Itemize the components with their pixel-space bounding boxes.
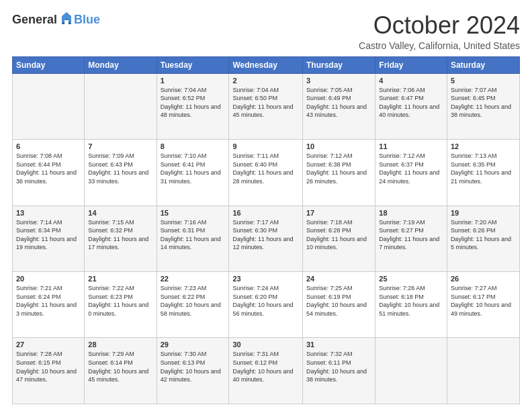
- day-number: 5: [451, 77, 516, 85]
- day-number: 3: [306, 77, 371, 85]
- week-row-1: 1Sunrise: 7:04 AMSunset: 6:52 PMDaylight…: [13, 73, 520, 139]
- day-cell: 4Sunrise: 7:06 AMSunset: 6:47 PMDaylight…: [375, 73, 447, 139]
- page: General Blue October 2024 Castro Valley,…: [0, 0, 532, 411]
- calendar-header-row: SundayMondayTuesdayWednesdayThursdayFrid…: [13, 56, 520, 73]
- col-header-tuesday: Tuesday: [157, 56, 229, 73]
- day-cell: 31Sunrise: 7:32 AMSunset: 6:11 PMDayligh…: [303, 338, 375, 404]
- day-info: Sunrise: 7:14 AMSunset: 6:34 PMDaylight:…: [16, 218, 81, 252]
- day-info: Sunrise: 7:04 AMSunset: 6:52 PMDaylight:…: [161, 86, 226, 120]
- day-info: Sunrise: 7:23 AMSunset: 6:22 PMDaylight:…: [161, 284, 226, 318]
- day-number: 13: [16, 209, 81, 217]
- day-info: Sunrise: 7:07 AMSunset: 6:45 PMDaylight:…: [451, 86, 516, 120]
- day-number: 20: [16, 275, 81, 283]
- day-number: 18: [379, 209, 443, 217]
- header: General Blue October 2024 Castro Valley,…: [12, 12, 520, 51]
- day-cell: 30Sunrise: 7:31 AMSunset: 6:12 PMDayligh…: [229, 338, 303, 404]
- day-cell: 2Sunrise: 7:04 AMSunset: 6:50 PMDaylight…: [229, 73, 303, 139]
- day-cell: [85, 73, 157, 139]
- day-cell: 20Sunrise: 7:21 AMSunset: 6:24 PMDayligh…: [13, 272, 85, 338]
- day-cell: 11Sunrise: 7:12 AMSunset: 6:37 PMDayligh…: [375, 140, 447, 205]
- day-info: Sunrise: 7:20 AMSunset: 6:26 PMDaylight:…: [451, 218, 516, 252]
- title-block: October 2024 Castro Valley, California, …: [359, 12, 520, 51]
- day-cell: [375, 338, 447, 404]
- day-number: 30: [232, 340, 299, 349]
- day-cell: 5Sunrise: 7:07 AMSunset: 6:45 PMDaylight…: [447, 73, 519, 139]
- day-info: Sunrise: 7:30 AMSunset: 6:13 PMDaylight:…: [161, 350, 226, 383]
- day-info: Sunrise: 7:25 AMSunset: 6:19 PMDaylight:…: [306, 284, 371, 318]
- day-cell: 19Sunrise: 7:20 AMSunset: 6:26 PMDayligh…: [447, 205, 519, 271]
- col-header-wednesday: Wednesday: [229, 56, 303, 73]
- day-info: Sunrise: 7:12 AMSunset: 6:37 PMDaylight:…: [379, 152, 443, 185]
- day-number: 31: [306, 340, 371, 349]
- day-cell: 14Sunrise: 7:15 AMSunset: 6:32 PMDayligh…: [85, 205, 157, 271]
- col-header-thursday: Thursday: [303, 56, 375, 73]
- day-cell: 6Sunrise: 7:08 AMSunset: 6:44 PMDaylight…: [13, 140, 85, 205]
- day-number: 16: [232, 209, 299, 217]
- logo-general-text: General: [12, 13, 57, 27]
- day-number: 17: [306, 209, 371, 217]
- day-number: 6: [16, 142, 81, 150]
- day-number: 9: [232, 142, 299, 150]
- calendar-table: SundayMondayTuesdayWednesdayThursdayFrid…: [12, 56, 520, 404]
- day-cell: 7Sunrise: 7:09 AMSunset: 6:43 PMDaylight…: [85, 140, 157, 205]
- day-number: 10: [306, 142, 371, 150]
- day-cell: 16Sunrise: 7:17 AMSunset: 6:30 PMDayligh…: [229, 205, 303, 271]
- day-number: 15: [161, 209, 226, 217]
- day-info: Sunrise: 7:15 AMSunset: 6:32 PMDaylight:…: [88, 218, 152, 252]
- day-info: Sunrise: 7:32 AMSunset: 6:11 PMDaylight:…: [306, 350, 371, 383]
- day-info: Sunrise: 7:29 AMSunset: 6:14 PMDaylight:…: [88, 350, 152, 383]
- day-cell: 27Sunrise: 7:28 AMSunset: 6:15 PMDayligh…: [13, 338, 85, 404]
- day-info: Sunrise: 7:09 AMSunset: 6:43 PMDaylight:…: [88, 152, 152, 185]
- day-number: 27: [16, 340, 81, 349]
- day-cell: 3Sunrise: 7:05 AMSunset: 6:49 PMDaylight…: [303, 73, 375, 139]
- location-text: Castro Valley, California, United States: [359, 40, 520, 51]
- col-header-monday: Monday: [85, 56, 157, 73]
- day-number: 4: [379, 77, 443, 85]
- day-number: 14: [88, 209, 152, 217]
- day-info: Sunrise: 7:27 AMSunset: 6:17 PMDaylight:…: [451, 284, 516, 318]
- day-info: Sunrise: 7:17 AMSunset: 6:30 PMDaylight:…: [232, 218, 299, 252]
- day-info: Sunrise: 7:12 AMSunset: 6:38 PMDaylight:…: [306, 152, 371, 185]
- day-info: Sunrise: 7:11 AMSunset: 6:40 PMDaylight:…: [232, 152, 299, 185]
- day-cell: 23Sunrise: 7:24 AMSunset: 6:20 PMDayligh…: [229, 272, 303, 338]
- day-cell: 17Sunrise: 7:18 AMSunset: 6:28 PMDayligh…: [303, 205, 375, 271]
- day-cell: [447, 338, 519, 404]
- logo-blue-text: Blue: [74, 13, 100, 27]
- day-info: Sunrise: 7:31 AMSunset: 6:12 PMDaylight:…: [232, 350, 299, 383]
- day-cell: 9Sunrise: 7:11 AMSunset: 6:40 PMDaylight…: [229, 140, 303, 205]
- day-number: 24: [306, 275, 371, 283]
- day-number: 21: [88, 275, 152, 283]
- day-cell: 29Sunrise: 7:30 AMSunset: 6:13 PMDayligh…: [157, 338, 229, 404]
- day-number: 19: [451, 209, 516, 217]
- day-info: Sunrise: 7:28 AMSunset: 6:15 PMDaylight:…: [16, 350, 81, 383]
- day-info: Sunrise: 7:19 AMSunset: 6:27 PMDaylight:…: [379, 218, 443, 252]
- day-info: Sunrise: 7:08 AMSunset: 6:44 PMDaylight:…: [16, 152, 81, 185]
- day-cell: 13Sunrise: 7:14 AMSunset: 6:34 PMDayligh…: [13, 205, 85, 271]
- day-info: Sunrise: 7:16 AMSunset: 6:31 PMDaylight:…: [161, 218, 226, 252]
- day-cell: 25Sunrise: 7:26 AMSunset: 6:18 PMDayligh…: [375, 272, 447, 338]
- day-info: Sunrise: 7:05 AMSunset: 6:49 PMDaylight:…: [306, 86, 371, 120]
- day-number: 1: [161, 77, 226, 85]
- svg-rect-2: [64, 20, 69, 24]
- day-info: Sunrise: 7:13 AMSunset: 6:35 PMDaylight:…: [451, 152, 516, 185]
- week-row-4: 20Sunrise: 7:21 AMSunset: 6:24 PMDayligh…: [13, 272, 520, 338]
- day-number: 22: [161, 275, 226, 283]
- day-number: 12: [451, 142, 516, 150]
- day-cell: 12Sunrise: 7:13 AMSunset: 6:35 PMDayligh…: [447, 140, 519, 205]
- day-number: 11: [379, 142, 443, 150]
- day-info: Sunrise: 7:21 AMSunset: 6:24 PMDaylight:…: [16, 284, 81, 318]
- day-info: Sunrise: 7:06 AMSunset: 6:47 PMDaylight:…: [379, 86, 443, 120]
- day-cell: 21Sunrise: 7:22 AMSunset: 6:23 PMDayligh…: [85, 272, 157, 338]
- day-number: 7: [88, 142, 152, 150]
- day-cell: 22Sunrise: 7:23 AMSunset: 6:22 PMDayligh…: [157, 272, 229, 338]
- day-info: Sunrise: 7:24 AMSunset: 6:20 PMDaylight:…: [232, 284, 299, 318]
- day-cell: 18Sunrise: 7:19 AMSunset: 6:27 PMDayligh…: [375, 205, 447, 271]
- day-info: Sunrise: 7:26 AMSunset: 6:18 PMDaylight:…: [379, 284, 443, 318]
- day-number: 29: [161, 340, 226, 349]
- day-cell: 8Sunrise: 7:10 AMSunset: 6:41 PMDaylight…: [157, 140, 229, 205]
- logo-icon: [59, 12, 74, 27]
- day-info: Sunrise: 7:22 AMSunset: 6:23 PMDaylight:…: [88, 284, 152, 318]
- day-number: 8: [161, 142, 226, 150]
- day-info: Sunrise: 7:18 AMSunset: 6:28 PMDaylight:…: [306, 218, 371, 252]
- day-number: 2: [232, 77, 299, 85]
